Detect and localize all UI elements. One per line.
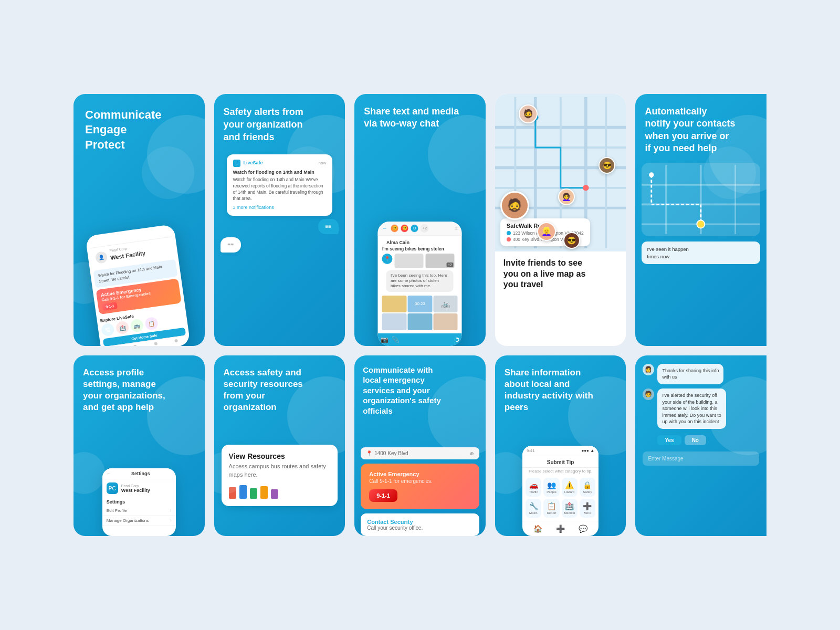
feature-card-b2: Access safety and security resources fro… xyxy=(214,355,345,537)
svg-point-18 xyxy=(649,173,654,177)
feature-card-1: Communicate Engage Protect 9:41 ▲●●● 👤 P… xyxy=(74,94,205,346)
feature-card-5: Automaticallynotify your contactswhen yo… xyxy=(635,94,766,346)
feature-card-b3: Communicate with local emergency service… xyxy=(354,355,486,537)
svg-point-19 xyxy=(697,220,705,228)
card-4-title: Invite friends to see you on a live map … xyxy=(495,251,626,297)
emergency-content: 📍 1400 Key Blvd ⊕ Active Emergency Call … xyxy=(361,447,479,536)
svg-point-11 xyxy=(583,185,589,191)
feature-card-b4: Share information about local and indust… xyxy=(495,355,626,537)
feature-card-b5: 👩 Thanks for sharing this infowith us 🧑 … xyxy=(635,355,766,537)
map-area: 🧔 👩‍🦱 😎 SafeWalk Route 123 Wilson Ave, A… xyxy=(495,94,626,251)
phone-mockup-1: 9:41 ▲●●● 👤 Pearl Corp West Facility xyxy=(85,224,191,345)
tip-phone: 9:41 ●●● ▲ Submit Tip Please select what… xyxy=(522,446,598,536)
chat-phone-mockup: ← 😊 😊 D +2 ≡ Alma Cain I'm seeing bikes … xyxy=(378,222,462,346)
feature-card-b1: Access profile settings, manage your org… xyxy=(74,355,205,537)
feature-card-4: 🧔 👩‍🦱 😎 SafeWalk Route 123 Wilson Ave, A… xyxy=(495,94,626,346)
feature-card-2: Safety alerts from your organization and… xyxy=(214,94,345,346)
notification-area: L LiveSafe now Watch for flooding on 14t… xyxy=(220,154,339,253)
feature-card-3: Share text and media via two-way chat ← … xyxy=(354,94,486,346)
contact-security-box: Contact Security Call your security offi… xyxy=(361,513,479,536)
settings-phone: ← Settings · PC Pearl Corp West Facility… xyxy=(102,468,176,536)
